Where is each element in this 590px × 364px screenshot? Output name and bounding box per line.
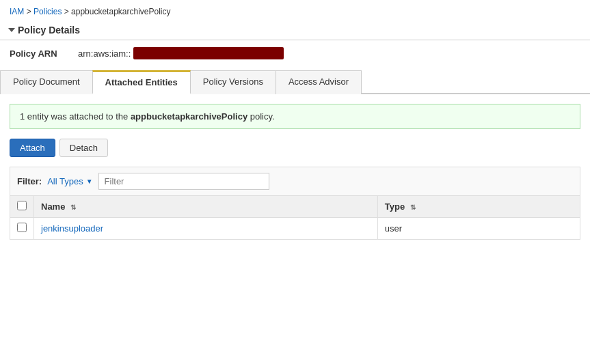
buttons-row: Attach Detach (10, 139, 580, 157)
breadcrumb-policies-link[interactable]: Policies (33, 7, 62, 16)
tab-policy-versions[interactable]: Policy Versions (190, 70, 276, 94)
policy-details-title: Policy Details (18, 25, 80, 36)
tab-policy-document[interactable]: Policy Document (0, 70, 93, 94)
tab-access-advisor[interactable]: Access Advisor (276, 70, 362, 94)
filter-label: Filter: (17, 176, 42, 186)
breadcrumb-iam-link[interactable]: IAM (10, 7, 24, 16)
tabs-container: Policy Document Attached Entities Policy… (0, 69, 590, 94)
info-message: 1 entity was attached to the appbucketap… (10, 104, 580, 129)
name-sort-icon[interactable]: ⇅ (70, 204, 76, 211)
filter-dropdown-label: All Types (47, 176, 83, 186)
info-message-prefix: 1 entity was attached to the (20, 111, 131, 122)
arn-redacted (133, 47, 284, 59)
breadcrumb-current: appbucketapkarchivePolicy (71, 7, 170, 16)
detach-button[interactable]: Detach (59, 139, 108, 157)
info-message-policy-name: appbucketapkarchivePolicy (131, 111, 247, 122)
table-header-type: Type ⇅ (377, 196, 580, 218)
attach-button[interactable]: Attach (10, 139, 55, 157)
collapse-icon[interactable] (8, 28, 15, 32)
policy-details-header: Policy Details (0, 20, 590, 40)
entity-name-link[interactable]: jenkinsuploader (41, 223, 103, 234)
row-type-cell: user (377, 218, 580, 240)
filter-type-dropdown[interactable]: All Types ▼ (47, 176, 92, 186)
info-message-suffix: policy. (247, 111, 275, 122)
breadcrumb: IAM > Policies > appbucketapkarchivePoli… (0, 0, 590, 20)
table-row: jenkinsuploader user (10, 218, 580, 240)
entities-table: Name ⇅ Type ⇅ jenkinsuploader user (10, 195, 580, 240)
table-header-name: Name ⇅ (34, 196, 378, 218)
filter-row: Filter: All Types ▼ (10, 167, 580, 195)
select-all-checkbox[interactable] (17, 201, 27, 210)
filter-input[interactable] (98, 173, 269, 190)
row-checkbox-cell (10, 218, 34, 240)
arn-label: Policy ARN (10, 48, 64, 59)
tab-content-attached-entities: 1 entity was attached to the appbucketap… (0, 94, 590, 249)
row-checkbox[interactable] (17, 223, 27, 232)
arn-prefix: arn:aws:iam:: (78, 48, 131, 59)
arn-value: arn:aws:iam:: (78, 47, 284, 59)
row-name-cell: jenkinsuploader (34, 218, 378, 240)
chevron-down-icon: ▼ (86, 178, 93, 185)
table-header-row: Name ⇅ Type ⇅ (10, 196, 580, 218)
tab-attached-entities[interactable]: Attached Entities (92, 70, 191, 94)
policy-arn-row: Policy ARN arn:aws:iam:: (0, 40, 590, 69)
type-sort-icon[interactable]: ⇅ (410, 204, 416, 211)
table-header-checkbox (10, 196, 34, 218)
